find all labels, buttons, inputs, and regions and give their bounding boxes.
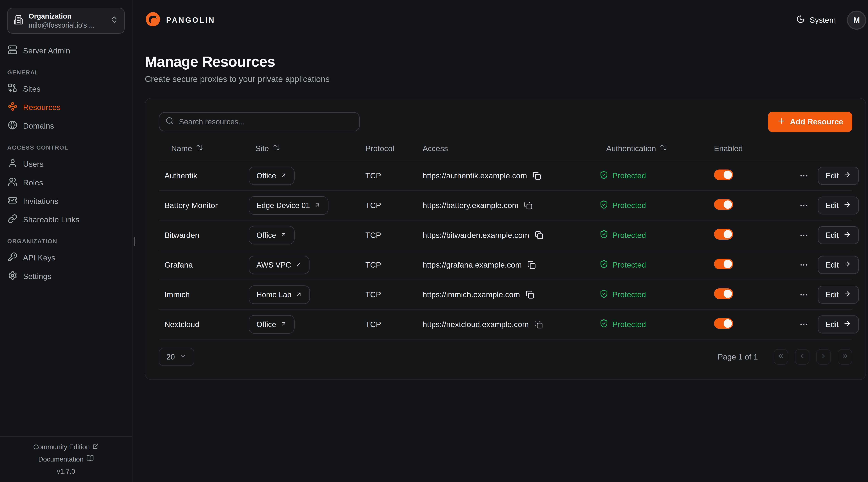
protocol-cell: TCP [365, 260, 423, 269]
shield-check-icon [599, 319, 609, 330]
add-resource-button[interactable]: Add Resource [768, 112, 852, 132]
site-cell: Edge Device 01 [249, 196, 365, 215]
arrow-right-icon [843, 320, 851, 329]
site-name: Edge Device 01 [256, 201, 310, 210]
main-content: PANGOLIN System M Manage Resources Creat… [132, 0, 868, 482]
link-icon [8, 214, 18, 225]
sidebar-item-label: Server Admin [23, 46, 70, 55]
user-avatar[interactable]: M [847, 10, 866, 30]
search-input[interactable] [179, 118, 353, 126]
column-label: Name [171, 144, 192, 153]
site-cell: Office [249, 226, 365, 245]
site-name: AWS VPC [256, 261, 291, 269]
ticket-check-icon [8, 196, 18, 207]
shield-check-icon [599, 200, 609, 211]
protocol-cell: TCP [365, 231, 423, 240]
sidebar-item-resources[interactable]: Resources [7, 98, 125, 117]
protocol-cell: TCP [365, 290, 423, 299]
copy-icon[interactable] [534, 320, 543, 329]
edit-button[interactable]: Edit [818, 197, 859, 215]
copy-icon[interactable] [524, 201, 533, 210]
sidebar-item-api-keys[interactable]: API Keys [7, 249, 125, 267]
enabled-toggle[interactable] [714, 199, 733, 210]
site-link[interactable]: Home Lab [249, 285, 310, 304]
table-row: Immich Home Lab TCP https://immich.examp… [159, 280, 852, 310]
edit-button[interactable]: Edit [818, 286, 859, 303]
next-page-button[interactable] [816, 349, 831, 365]
copy-icon[interactable] [526, 290, 534, 299]
row-menu-button[interactable] [798, 319, 809, 330]
users-icon [8, 177, 18, 188]
site-link[interactable]: Office [249, 167, 294, 185]
sidebar-scrollbar-thumb[interactable] [134, 237, 135, 246]
documentation-link[interactable]: Documentation [38, 455, 94, 463]
access-cell: https://nextcloud.example.com [423, 320, 600, 329]
edit-label: Edit [826, 290, 839, 299]
enabled-toggle[interactable] [714, 169, 733, 180]
column-header-enabled: Enabled [714, 144, 798, 153]
sidebar-item-settings[interactable]: Settings [7, 267, 125, 286]
row-menu-button[interactable] [798, 230, 809, 241]
copy-icon[interactable] [527, 261, 536, 269]
site-link[interactable]: Office [249, 226, 294, 245]
edit-button[interactable]: Edit [818, 167, 859, 185]
row-menu-button[interactable] [798, 170, 809, 182]
pager: Page 1 of 1 [718, 349, 852, 365]
theme-toggle[interactable]: System [796, 15, 836, 26]
last-page-button[interactable] [838, 349, 852, 365]
book-open-icon [87, 455, 94, 463]
avatar-initial: M [853, 15, 860, 25]
page-size-select[interactable]: 20 [159, 348, 194, 366]
sidebar-section-general: GENERAL [7, 69, 125, 76]
site-link[interactable]: AWS VPC [249, 256, 310, 274]
sidebar-item-shareable-links[interactable]: Shareable Links [7, 211, 125, 229]
protocol-cell: TCP [365, 171, 423, 180]
sort-icon [660, 144, 667, 153]
column-header-site[interactable]: Site [249, 144, 365, 153]
community-edition-link[interactable]: Community Edition [33, 443, 99, 451]
actions-cell: Edit [798, 315, 863, 333]
resource-name: Battery Monitor [159, 201, 249, 210]
enabled-cell [714, 229, 798, 242]
sidebar-item-domains[interactable]: Domains [7, 117, 125, 135]
toggle-knob [723, 230, 732, 238]
authentication-cell: Protected [599, 230, 714, 240]
sidebar-item-users[interactable]: Users [7, 155, 125, 173]
arrow-right-icon [843, 260, 851, 269]
authentication-status: Protected [612, 290, 646, 299]
edit-button[interactable]: Edit [818, 256, 859, 274]
site-name: Office [256, 231, 276, 239]
authentication-cell: Protected [599, 260, 714, 270]
column-header-authentication[interactable]: Authentication [599, 144, 714, 153]
copy-icon[interactable] [535, 231, 544, 239]
enabled-toggle[interactable] [714, 259, 733, 269]
edit-button[interactable]: Edit [818, 226, 859, 244]
enabled-toggle[interactable] [714, 288, 733, 299]
sidebar-item-invitations[interactable]: Invitations [7, 192, 125, 211]
plus-icon [777, 117, 785, 127]
copy-icon[interactable] [533, 171, 541, 180]
column-header-name[interactable]: Name [159, 144, 249, 153]
site-link[interactable]: Edge Device 01 [249, 196, 329, 215]
sidebar-item-roles[interactable]: Roles [7, 173, 125, 192]
row-menu-button[interactable] [798, 259, 809, 271]
first-page-button[interactable] [774, 349, 788, 365]
enabled-toggle[interactable] [714, 318, 733, 329]
sidebar-item-server-admin[interactable]: Server Admin [7, 41, 125, 60]
chevron-down-icon [180, 353, 187, 361]
access-cell: https://bitwarden.example.com [423, 231, 600, 240]
column-label: Enabled [714, 144, 743, 153]
row-menu-button[interactable] [798, 200, 809, 211]
edit-button[interactable]: Edit [818, 315, 859, 333]
enabled-toggle[interactable] [714, 229, 733, 239]
org-selector[interactable]: Organization milo@fossorial.io's ... [7, 8, 125, 34]
previous-page-button[interactable] [795, 349, 809, 365]
access-cell: https://grafana.example.com [423, 260, 600, 269]
site-link[interactable]: Office [249, 315, 294, 334]
row-menu-button[interactable] [798, 289, 809, 300]
column-header-access: Access [423, 144, 600, 153]
enabled-cell [714, 288, 798, 301]
table-row: Bitwarden Office TCP https://bitwarden.e… [159, 221, 852, 250]
sidebar-item-sites[interactable]: Sites [7, 79, 125, 98]
add-resource-label: Add Resource [790, 117, 843, 126]
